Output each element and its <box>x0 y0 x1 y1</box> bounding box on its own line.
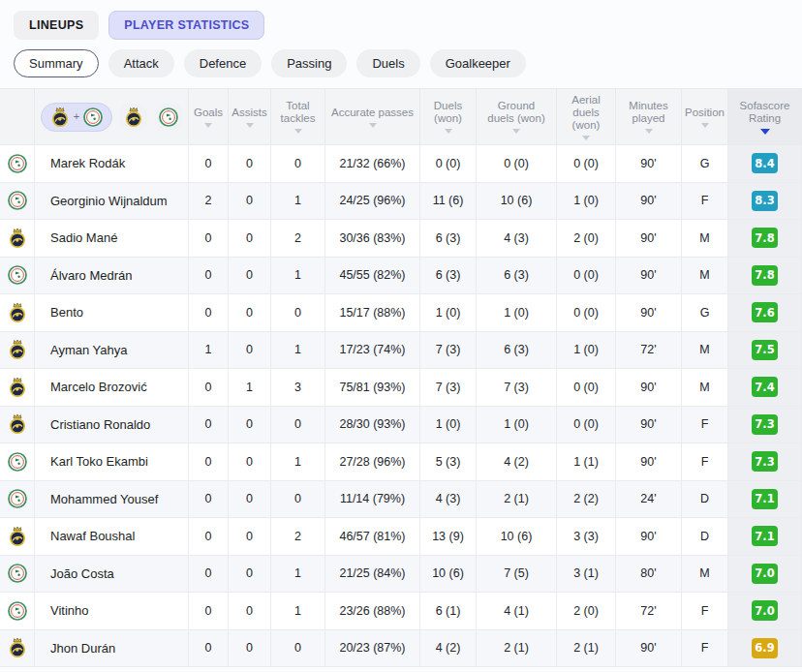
rating-badge: 7.8 <box>752 265 777 286</box>
al-ettifaq-badge-slot <box>159 107 178 127</box>
team-badge-cell <box>0 518 35 556</box>
sort-arrow-icon <box>445 129 452 134</box>
header-total-tackles[interactable]: Total tackles <box>271 89 325 145</box>
goals-value: 0 <box>189 556 229 594</box>
team-badge-cell <box>0 369 35 407</box>
ground-duels-won-value: 2 (1) <box>477 630 557 668</box>
table-row[interactable]: Marcelo Brozović 0 1 3 75/81 (93%) 7 (3)… <box>0 369 802 407</box>
chip-attack[interactable]: Attack <box>108 49 174 77</box>
duels-won-value: 4 (2) <box>420 630 477 668</box>
al-ettifaq-badge-icon <box>8 154 27 173</box>
al-nassr-badge-icon <box>8 339 27 360</box>
accurate-passes-value: 30/36 (83%) <box>325 220 420 258</box>
accurate-passes-value: 28/30 (93%) <box>325 407 420 444</box>
player-name: Mohammed Yousef <box>35 481 189 519</box>
aerial-duels-won-value: 0 (0) <box>557 407 616 444</box>
ground-duels-won-value: 4 (3) <box>477 220 557 258</box>
rating-cell: 7.5 <box>728 332 802 370</box>
table-row[interactable]: Georginio Wijnaldum 2 0 1 24/25 (96%) 11… <box>0 183 802 221</box>
table-row[interactable]: Mohammed Yousef 0 0 0 11/14 (79%) 4 (3) … <box>0 481 802 519</box>
table-row[interactable]: Cristiano Ronaldo 0 0 0 28/30 (93%) 1 (0… <box>0 407 802 444</box>
header-label: Duels (won) <box>434 100 462 125</box>
plus-label: + <box>74 110 79 123</box>
accurate-passes-value: 21/32 (66%) <box>325 145 420 183</box>
tab-player-statistics[interactable]: PLAYER STATISTICS <box>108 11 264 40</box>
team-badge-cell <box>0 220 35 258</box>
minutes-played-value: 72' <box>616 332 682 370</box>
duels-won-value: 7 (3) <box>420 369 477 407</box>
sort-arrow-icon <box>701 123 709 128</box>
chip-passing[interactable]: Passing <box>271 49 347 77</box>
header-label: Total tackles <box>281 100 316 125</box>
al-nassr-badge-icon <box>8 526 27 547</box>
al-nassr-badge-icon <box>8 413 27 435</box>
al-ettifaq-badge-slot <box>83 107 103 127</box>
rating-cell: 7.0 <box>728 593 802 630</box>
team-badge-cell <box>0 145 35 183</box>
header-sofascore-rating[interactable]: Sofascore Rating <box>728 89 802 145</box>
table-row[interactable]: Sadio Mané 0 0 2 30/36 (83%) 6 (3) 4 (3)… <box>0 220 802 258</box>
minutes-played-value: 90' <box>616 145 682 183</box>
table-row[interactable]: Marek Rodák 0 0 0 21/32 (66%) 0 (0) 0 (0… <box>0 145 802 183</box>
header-accurate-passes[interactable]: Accurate passes <box>325 89 420 145</box>
rating-cell: 7.6 <box>728 294 802 332</box>
minutes-played-value: 90' <box>616 369 682 407</box>
total-tackles-value: 1 <box>271 332 325 370</box>
total-tackles-value: 0 <box>271 481 325 519</box>
header-ground-duels-won[interactable]: Ground duels (won) <box>477 89 557 145</box>
header-duels-won[interactable]: Duels (won) <box>420 89 477 145</box>
player-name: Cristiano Ronaldo <box>35 407 189 444</box>
rating-cell: 7.4 <box>728 369 802 407</box>
goals-value: 0 <box>189 220 229 258</box>
table-row[interactable]: Ayman Yahya 1 0 1 17/23 (74%) 7 (3) 6 (3… <box>0 332 802 370</box>
assists-value: 0 <box>229 220 271 258</box>
aerial-duels-won-value: 0 (0) <box>557 145 616 183</box>
ground-duels-won-value: 1 (0) <box>477 294 557 332</box>
header-assists[interactable]: Assists <box>229 89 271 145</box>
header-goals[interactable]: Goals <box>189 89 229 145</box>
both-teams-filter-button[interactable]: + <box>41 103 112 132</box>
accurate-passes-value: 45/55 (82%) <box>325 258 420 295</box>
header-label: Goals <box>194 107 223 119</box>
goals-value: 0 <box>189 593 229 630</box>
header-position[interactable]: Position <box>682 89 728 145</box>
assists-value: 0 <box>229 145 271 183</box>
al-nassr-badge-icon <box>124 107 143 128</box>
accurate-passes-value: 27/28 (96%) <box>325 443 420 481</box>
table-row[interactable]: Bento 0 0 0 15/17 (88%) 1 (0) 1 (0) 0 (0… <box>0 294 802 332</box>
table-row[interactable]: Karl Toko Ekambi 0 0 1 27/28 (96%) 5 (3)… <box>0 443 802 481</box>
al-ettifaq-badge-icon <box>83 107 103 127</box>
team-badge-cell <box>0 593 35 630</box>
chip-defence[interactable]: Defence <box>184 49 262 77</box>
tab-lineups[interactable]: LINEUPS <box>14 11 99 40</box>
table-row[interactable]: Nawaf Boushal 0 0 2 46/57 (81%) 13 (9) 1… <box>0 518 802 556</box>
aerial-duels-won-value: 0 (0) <box>557 258 616 295</box>
header-aerial-duels-won[interactable]: Aerial duels (won) <box>557 89 616 145</box>
chip-goalkeeper[interactable]: Goalkeeper <box>430 49 526 77</box>
aerial-duels-won-value: 2 (0) <box>557 593 616 630</box>
table-header-row: + Goals Assis <box>0 88 802 145</box>
total-tackles-value: 2 <box>271 518 325 556</box>
aerial-duels-won-value: 3 (3) <box>557 518 616 556</box>
table-row[interactable]: João Costa 0 0 1 21/25 (84%) 10 (6) 7 (5… <box>0 556 802 594</box>
al-nassr-badge-slot <box>124 107 143 128</box>
header-minutes-played[interactable]: Minutes played <box>616 89 682 145</box>
rating-cell: 7.1 <box>728 481 802 519</box>
table-row[interactable]: Jhon Durán 0 0 0 20/23 (87%) 4 (2) 2 (1)… <box>0 630 802 668</box>
al-nassr-badge-slot <box>50 107 70 128</box>
position-value: D <box>682 481 728 519</box>
al-nassr-filter-button[interactable] <box>120 104 147 131</box>
chip-summary[interactable]: Summary <box>14 49 99 77</box>
goals-value: 2 <box>189 183 229 221</box>
al-ettifaq-filter-button[interactable] <box>155 104 182 131</box>
table-row[interactable]: Álvaro Medrán 0 0 1 45/55 (82%) 6 (3) 6 … <box>0 258 802 295</box>
assists-value: 0 <box>229 258 271 295</box>
chip-duels[interactable]: Duels <box>356 49 419 77</box>
position-value: F <box>682 630 728 668</box>
rating-cell: 7.1 <box>728 518 802 556</box>
position-value: F <box>682 407 728 444</box>
position-value: F <box>682 443 728 481</box>
table-body: Marek Rodák 0 0 0 21/32 (66%) 0 (0) 0 (0… <box>0 145 802 667</box>
duels-won-value: 1 (0) <box>420 294 477 332</box>
table-row[interactable]: Vitinho 0 0 1 23/26 (88%) 6 (1) 4 (1) 2 … <box>0 593 802 630</box>
